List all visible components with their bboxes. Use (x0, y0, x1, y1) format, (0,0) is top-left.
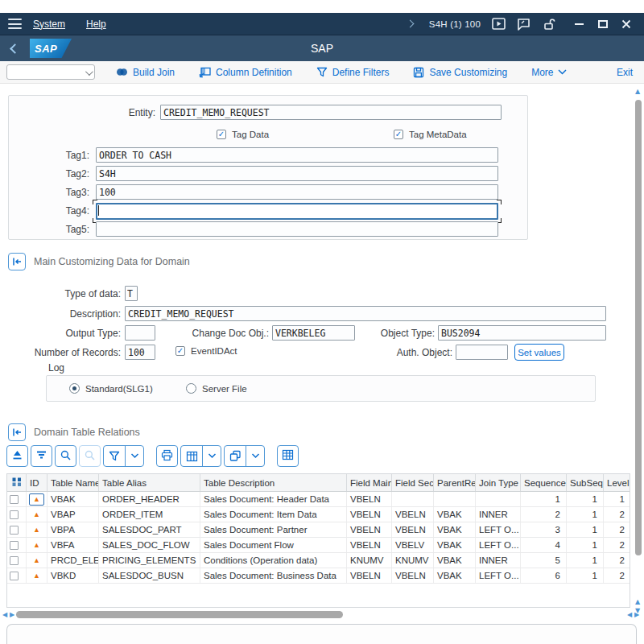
table-cell[interactable]: SALESDOC_PART (99, 522, 200, 537)
row-id-cell[interactable]: ▲ (27, 507, 47, 522)
table-cell[interactable]: 2 (604, 568, 630, 583)
table-cell[interactable]: VBFA (47, 538, 99, 552)
table-cell[interactable]: 1 (567, 522, 604, 537)
table-cell[interactable]: ORDER_ITEM (99, 507, 200, 522)
table-cell[interactable]: Sales Document: Business Data (200, 568, 347, 583)
row-checkbox[interactable] (10, 556, 19, 565)
tag-metadata-checkbox[interactable]: ✓ Tag MetaData (394, 130, 467, 139)
table-cell[interactable]: VBELN (392, 507, 434, 522)
table-cell[interactable]: 6 (521, 568, 567, 583)
table-cell[interactable]: SALESDOC_BUSN (99, 568, 200, 583)
build-join-button[interactable]: Build Join (116, 67, 175, 78)
row-checkbox[interactable] (10, 572, 19, 580)
row-select-cell[interactable] (7, 553, 27, 568)
table-cell[interactable]: ORDER_HEADER (99, 492, 200, 506)
table-cell[interactable]: KNUMV (392, 553, 434, 568)
description-input[interactable] (125, 306, 606, 321)
row-checkbox[interactable] (10, 510, 19, 519)
table-row[interactable]: ▲VBKDSALESDOC_BUSNSales Document: Busine… (7, 568, 630, 584)
find-next-button[interactable] (79, 445, 101, 467)
column-header[interactable]: Table Name (47, 474, 99, 491)
table-cell[interactable]: VBELN (347, 492, 392, 506)
row-select-cell[interactable] (7, 538, 27, 552)
table-cell[interactable] (434, 492, 476, 506)
entity-input[interactable] (160, 105, 502, 120)
table-cell[interactable]: PRICING_ELEMENTS (99, 553, 200, 568)
table-cell[interactable]: 2 (604, 522, 630, 537)
copy-view-button[interactable] (224, 445, 265, 467)
table-cell[interactable]: 5 (521, 553, 567, 568)
column-header[interactable]: Field Main (347, 474, 392, 491)
export-button[interactable] (180, 445, 221, 467)
table-cell[interactable]: VBELN (347, 538, 392, 552)
table-cell[interactable] (392, 492, 434, 506)
collapse-tray-icon[interactable] (8, 253, 26, 270)
chevron-down-icon[interactable] (246, 446, 264, 466)
row-id-cell[interactable]: ▲ (27, 553, 47, 568)
unlocked-icon[interactable] (542, 17, 555, 31)
number-of-records-input[interactable] (125, 345, 155, 360)
table-row[interactable]: ▲VBAKORDER_HEADERSales Document: Header … (7, 492, 630, 507)
table-row[interactable]: ▲VBPASALESDOC_PARTSales Document: Partne… (7, 522, 630, 538)
table-cell[interactable]: VBELV (392, 538, 434, 552)
table-cell[interactable]: Sales Document: Partner (200, 522, 347, 537)
set-values-button[interactable]: Set values (514, 344, 564, 361)
table-cell[interactable]: PRCD_ELE... (47, 553, 99, 568)
chevron-right-icon[interactable] (406, 20, 414, 28)
scroll-left-icon[interactable]: ◀ (627, 612, 632, 618)
copy-icon[interactable] (225, 446, 246, 466)
tag-input[interactable] (96, 221, 498, 237)
exit-button[interactable]: Exit (617, 67, 633, 78)
table-cell[interactable]: LEFT O... (476, 538, 521, 552)
collapse-tray-icon[interactable] (8, 423, 26, 441)
horizontal-scrollbar-thumb[interactable] (16, 611, 343, 618)
table-cell[interactable]: 2 (604, 538, 630, 552)
message-icon[interactable] (517, 17, 530, 31)
table-cell[interactable]: 1 (604, 492, 630, 506)
table-cell[interactable]: VBAK (434, 553, 476, 568)
scroll-left-icon[interactable]: ◀ (2, 612, 7, 618)
log-standard-radio[interactable]: Standard(SLG1) (69, 383, 153, 394)
services-icon[interactable] (492, 17, 506, 31)
table-cell[interactable]: VBELN (347, 522, 392, 537)
sort-descending-button[interactable] (31, 445, 52, 467)
table-cell[interactable] (476, 492, 521, 506)
table-cell[interactable]: VBAK (434, 538, 476, 552)
tag-input[interactable] (96, 166, 498, 181)
table-cell[interactable]: Sales Document: Item Data (200, 507, 347, 522)
type-of-data-input[interactable] (125, 286, 138, 301)
object-type-input[interactable] (438, 325, 606, 341)
column-definition-button[interactable]: Column Definition (199, 67, 292, 78)
table-cell[interactable]: 3 (521, 522, 567, 537)
scroll-down-icon[interactable]: ▼ (635, 608, 640, 614)
event-id-act-checkbox[interactable]: ✓ EventIDAct (175, 346, 237, 356)
table-cell[interactable]: 1 (567, 492, 604, 506)
column-header[interactable]: ParentRel (434, 474, 476, 491)
table-cell[interactable]: 1 (567, 507, 604, 522)
column-header[interactable]: ID (27, 474, 47, 491)
vertical-scrollbar-thumb[interactable] (635, 100, 642, 555)
table-settings-button[interactable] (277, 445, 299, 467)
table-cell[interactable]: 1 (521, 492, 567, 506)
log-server-file-radio[interactable]: Server File (186, 383, 247, 394)
row-checkbox[interactable] (10, 526, 19, 535)
row-select-cell[interactable] (7, 522, 27, 537)
table-row[interactable]: ▲PRCD_ELE...PRICING_ELEMENTSConditions (… (7, 553, 630, 568)
row-select-cell[interactable] (7, 568, 27, 583)
filtersm-icon[interactable] (104, 446, 125, 466)
table-cell[interactable]: LEFT O... (476, 522, 521, 537)
variant-combobox[interactable] (6, 64, 95, 80)
select-all-header[interactable] (7, 474, 27, 491)
minimize-button[interactable] (575, 23, 584, 25)
tag-input[interactable] (96, 147, 498, 163)
tag-data-checkbox[interactable]: ✓ Tag Data (217, 130, 269, 139)
scroll-up-icon[interactable]: ▲ (635, 599, 640, 605)
table-cell[interactable]: VBAK (434, 507, 476, 522)
table-cell[interactable]: 1 (567, 538, 604, 552)
focused-cell[interactable]: ▲ (29, 493, 44, 506)
tag-input[interactable] (96, 184, 498, 200)
table-cell[interactable]: SALES_DOC_FLOW (99, 538, 200, 552)
table-cell[interactable]: VBAK (47, 492, 99, 506)
sort-ascending-button[interactable] (6, 445, 28, 467)
table-cell[interactable]: INNER (476, 507, 521, 522)
